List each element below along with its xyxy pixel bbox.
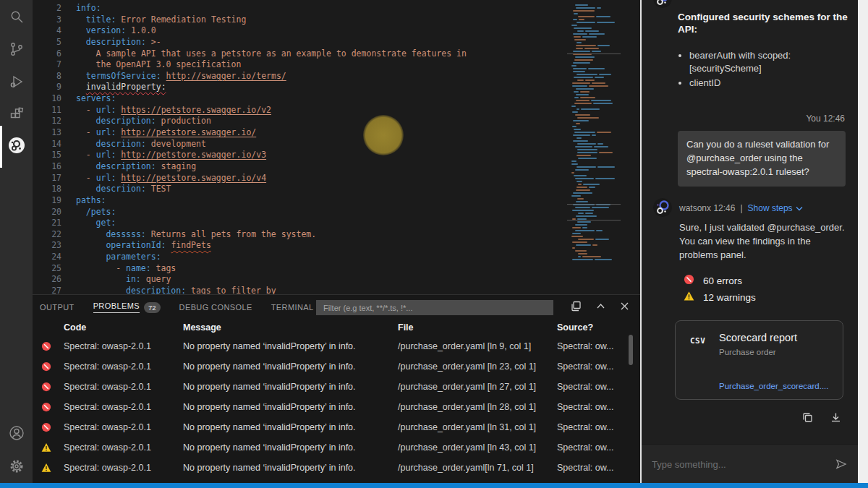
scorecard-report-card[interactable]: CSV Scorecard report Purchase order Purc… [675, 320, 843, 400]
line-number: 21 [33, 218, 61, 229]
user-message-meta: You 12:46 [806, 114, 845, 124]
close-icon[interactable] [619, 301, 630, 314]
problem-message: No property named ‘invalidProperty’ in i… [183, 463, 356, 473]
activity-watsonx[interactable] [0, 130, 33, 163]
line-number: 14 [33, 139, 61, 150]
problem-file: /purchase_order.yaml [ln 27, col 1] [398, 382, 536, 392]
page-scrollbar[interactable] [858, 0, 868, 483]
warning-icon [684, 291, 694, 304]
code-line[interactable]: 4version: 1.0.0 [33, 25, 582, 37]
code-line[interactable]: 8termsOfService: http://swagger.io/terms… [33, 71, 582, 82]
code-line[interactable]: 20/pets: [33, 207, 582, 218]
download-icon[interactable] [830, 411, 842, 427]
line-number: 16 [33, 161, 61, 173]
bottom-panel: OUTPUT PROBLEMS 72 DEBUG CONSOLE TERMINA… [33, 294, 640, 483]
code-line[interactable]: 13- url: http://petstore.swagger.io/ [33, 127, 582, 139]
search-icon [8, 8, 25, 28]
show-steps-link[interactable]: Show steps [748, 203, 803, 213]
panel-actions [570, 300, 630, 315]
code-line[interactable]: 12description: production [33, 116, 582, 127]
line-number: 24 [33, 252, 61, 263]
errors-summary: 60 errors [684, 274, 742, 287]
code-line[interactable]: 22desssss: Returns all pets from the sys… [33, 229, 582, 241]
activity-accounts[interactable] [0, 418, 33, 451]
code-line[interactable]: 7the OpenAPI 3.0 specification [33, 59, 582, 71]
activity-settings[interactable] [0, 451, 33, 484]
activity-run-debug[interactable] [0, 67, 33, 100]
line-number: 12 [33, 116, 61, 127]
tab-output[interactable]: OUTPUT [40, 303, 75, 312]
column-file[interactable]: File [398, 322, 414, 333]
panel-layout-icon[interactable] [570, 300, 582, 315]
problem-row[interactable]: Spectral: owasp-2.0.1No property named ‘… [33, 438, 640, 458]
panel-scrollbar[interactable] [629, 335, 633, 365]
tab-terminal[interactable]: TERMINAL [271, 303, 314, 312]
warning-icon [41, 463, 51, 473]
gear-icon [8, 458, 25, 478]
code-line[interactable]: 14descriion: development [33, 139, 582, 150]
problem-message: No property named ‘invalidProperty’ in i… [183, 442, 356, 453]
chevron-up-icon[interactable] [595, 301, 606, 314]
code-text: /pets: [76, 207, 116, 218]
code-line[interactable]: 17- url: http://petstore.swagger.io/v4 [33, 173, 582, 184]
code-line[interactable]: 6A sample API that uses a petstore as an… [33, 48, 582, 60]
activity-extensions[interactable] [0, 99, 33, 132]
problem-row[interactable]: Spectral: owasp-2.0.1No property named ‘… [33, 398, 640, 418]
problem-row[interactable]: Spectral: owasp-2.0.1No property named ‘… [33, 357, 640, 377]
code-line[interactable]: 10servers: [33, 93, 582, 105]
code-line[interactable]: 23operationId: findPets [33, 240, 582, 252]
tab-problems[interactable]: PROBLEMS 72 [93, 301, 161, 313]
copy-icon[interactable] [801, 411, 814, 427]
line-number: 17 [33, 173, 61, 184]
line-number: 3 [33, 14, 61, 26]
code-line[interactable]: 11- url: https://petstore.swagger.io/v2 [33, 105, 582, 116]
user-message-bubble: Can you do a ruleset validation for @pur… [678, 131, 846, 187]
code-line[interactable]: 24parameters: [33, 252, 582, 263]
code-line[interactable]: 18descriion: TEST [33, 184, 582, 195]
problem-message: No property named ‘invalidProperty’ in i… [183, 341, 356, 351]
activity-search[interactable] [0, 1, 33, 35]
code-line[interactable]: 15- url: http://petstore.swagger.io/v3 [33, 150, 582, 161]
problem-row[interactable]: Spectral: owasp-2.0.1No property named ‘… [33, 418, 640, 438]
code-line[interactable]: 3title: Error Remediation Testing [33, 14, 582, 26]
line-number: 19 [33, 195, 61, 207]
line-number: 15 [33, 150, 61, 161]
status-bar[interactable] [0, 483, 868, 488]
problem-source: Spectral: ow... [557, 422, 614, 432]
code-line[interactable]: 5description: >- [33, 37, 582, 48]
code-line[interactable]: 19paths: [33, 195, 582, 207]
code-text: A sample API that uses a petstore as an … [76, 48, 467, 60]
code-line[interactable]: 27description: tags to filter by [33, 286, 582, 294]
code-line[interactable]: 16description: staging [33, 161, 582, 173]
code-lines: 2info:3title: Error Remediation Testing4… [33, 3, 582, 294]
debug-icon [8, 73, 25, 93]
send-icon[interactable] [835, 458, 848, 474]
minimap-marker [567, 53, 621, 54]
code-editor[interactable]: 2info:3title: Error Remediation Testing4… [33, 0, 640, 294]
extensions-icon [8, 106, 25, 126]
problem-row[interactable]: Spectral: owasp-2.0.1No property named ‘… [33, 337, 640, 357]
meta-separator: | [740, 203, 742, 213]
code-line[interactable]: 25- name: tags [33, 263, 582, 275]
problem-source: Spectral: ow... [557, 463, 614, 473]
column-source[interactable]: Source? [557, 322, 593, 333]
problem-row[interactable]: Spectral: owasp-2.0.1No property named ‘… [33, 458, 640, 479]
scorecard-download-link[interactable]: Purchase_order_scorecard.... [719, 382, 829, 390]
problems-filter-input[interactable] [316, 300, 553, 315]
code-line[interactable]: 26in: query [33, 274, 582, 286]
column-message[interactable]: Message [183, 322, 221, 333]
tab-debug-console[interactable]: DEBUG CONSOLE [179, 303, 252, 312]
error-icon [41, 382, 51, 392]
minimap[interactable] [571, 4, 616, 266]
problem-row[interactable]: Spectral: owasp-2.0.1No property named ‘… [33, 377, 640, 398]
code-line[interactable]: 21get: [33, 218, 582, 229]
watsonx-avatar [653, 0, 672, 11]
line-number: 26 [33, 274, 61, 286]
error-icon [41, 422, 51, 432]
code-line[interactable]: 2info: [33, 3, 582, 14]
column-code[interactable]: Code [64, 322, 86, 333]
bullet-item: bearerAuth with scoped: [securityScheme] [689, 49, 841, 75]
activity-source-control[interactable] [0, 34, 33, 67]
code-line[interactable]: 9invalidProperty: [33, 82, 582, 93]
chat-message-input[interactable] [642, 445, 815, 483]
